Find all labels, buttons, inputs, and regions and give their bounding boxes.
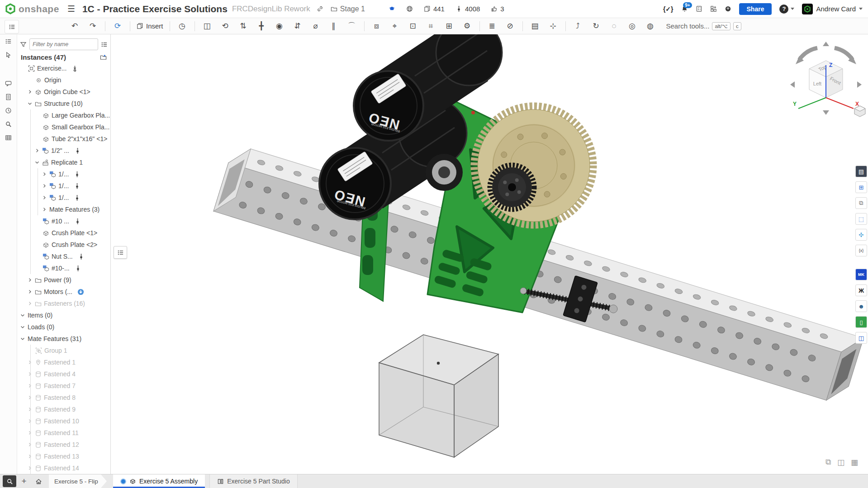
rotate-down-arrow[interactable] [823,110,829,115]
named-views-icon[interactable]: ↻ [590,22,602,30]
chevron-right-icon[interactable] [27,360,33,365]
chevron-right-icon[interactable] [27,395,33,400]
tree-item[interactable]: Nut S... [17,251,110,262]
filter-funnel-icon[interactable] [20,41,27,48]
frame-icon[interactable]: ◫ [837,458,844,467]
download-icon[interactable] [77,289,84,295]
search-tools-button[interactable]: Search tools... alt/⌥ c [666,22,741,30]
mkcad-app-icon[interactable]: MK [855,269,867,280]
mate-connector-icon[interactable]: ⌖ [389,22,401,30]
cylindrical-mate-icon[interactable]: ⌀ [310,22,322,30]
slider-mate-icon[interactable]: ⇅ [237,22,249,30]
chevron-right-icon[interactable] [27,430,33,436]
breadcrumb[interactable]: Stage 1 [331,5,365,13]
ground-icon[interactable] [71,65,78,72]
custom-feature-icon[interactable]: {x} [855,245,867,256]
animate-icon[interactable]: ◌ [608,22,620,30]
chevron-right-icon[interactable] [27,418,33,424]
mate-connector-dots-icon[interactable] [74,183,81,190]
chevron-down-icon[interactable] [27,101,33,106]
explode-view-icon[interactable]: ⤴ [572,22,584,30]
chevron-right-icon[interactable] [27,454,33,459]
chevron-right-icon[interactable] [42,171,47,177]
linked-documents-icon[interactable]: ⧉ [855,197,867,209]
tree-item[interactable]: Structure (10) [17,98,110,109]
rotate-right-step-arrow[interactable] [857,81,862,88]
replicate-icon[interactable]: ⊡ [407,22,419,30]
suppress-icon[interactable]: ⊘ [504,22,516,30]
tree-item[interactable]: Motors (... [17,286,110,298]
pin-slot-mate-icon[interactable]: ⇵ [292,22,304,30]
details-panel-icon[interactable] [5,94,12,100]
list-view-icon[interactable] [101,41,108,48]
gear-relation-icon[interactable]: ⚙ [461,22,473,30]
pinwheel-app-icon[interactable]: ✣ [855,229,867,241]
snap-mode-icon[interactable]: ⌗ [425,22,437,30]
layers-icon[interactable]: ⧉ [825,458,831,467]
mate-connector-dots-icon[interactable] [74,147,81,154]
tree-item[interactable]: Exercise... [17,62,110,74]
rotate-right-arrow[interactable] [835,48,853,60]
properties-panel-icon[interactable]: ▤ [855,166,867,177]
new-tab-button[interactable]: + [16,474,32,488]
outline-panel-icon[interactable] [5,38,12,45]
chevron-right-icon[interactable] [27,383,33,389]
chevron-right-icon[interactable] [42,195,47,200]
tree-item[interactable]: 1/2" ... [17,145,110,156]
display-states-icon[interactable]: ◍ [645,22,656,30]
user-menu[interactable]: Andrew Card [802,4,863,14]
document-tab[interactable]: Exercise 5 Assembly [113,474,205,488]
origin-point[interactable] [437,362,440,365]
selection-set-icon[interactable]: ⬚ [855,213,867,225]
add-folder-icon[interactable] [100,54,107,61]
search-panel-icon[interactable] [5,121,12,128]
tree-item[interactable]: Loads (0) [17,321,110,333]
document-tab[interactable]: Exercise 5 - Flip [49,474,107,488]
planar-mate-icon[interactable]: ╋ [256,22,267,30]
revolute-mate-icon[interactable]: ⟲ [219,22,231,30]
insert-button[interactable]: Insert [137,22,163,30]
copies-stat[interactable]: 441 [424,5,445,13]
tree-item[interactable]: Group 1 [17,345,110,356]
chevron-down-icon[interactable] [34,160,40,165]
tree-item[interactable]: Fastened 11 [17,427,110,439]
tree-item[interactable]: Mate Features (3) [17,204,110,215]
tree-item[interactable]: Large Gearbox Pla... [17,109,110,121]
rotate-left-arrow[interactable] [799,48,817,60]
group-icon[interactable]: ⧈ [371,22,383,30]
ball-mate-icon[interactable]: ◉ [274,22,285,30]
apps-icon[interactable] [710,5,717,12]
tree-item[interactable]: Fastened 7 [17,380,110,392]
rotate-left-step-arrow[interactable] [790,81,795,88]
chevron-right-icon[interactable] [27,289,33,294]
tree-item[interactable]: Fastened 8 [17,392,110,403]
tree-item[interactable]: Fastened 13 [17,450,110,462]
feature-list-toggle-button[interactable] [5,20,19,33]
sync-icon[interactable]: ⟳ [112,22,123,30]
bom-icon[interactable]: ▤ [529,22,541,30]
likes-stat[interactable]: 3 [491,5,504,13]
tree-item[interactable]: Power (9) [17,274,110,286]
blue-book-app-icon[interactable]: ◫ [855,332,867,344]
rack-relation-icon[interactable]: ≣ [486,22,498,30]
pattern-icon[interactable]: ⊞ [443,22,455,30]
home-tab-button[interactable] [32,474,45,488]
redo-icon[interactable]: ↷ [87,22,99,30]
tree-item[interactable]: Small Gearbox Pla... [17,121,110,133]
3d-viewport[interactable]: NEO BRUSHLESS MOTOR NEO BRUSHLESS MOTOR [111,34,868,474]
tree-item[interactable]: Fastened 14 [17,462,110,474]
document-tab[interactable]: Exercise 5 Part Studio [209,474,298,488]
tree-item[interactable]: 1/... [17,168,110,180]
tree-item[interactable]: Mate Features (31) [17,333,110,345]
tables-panel-icon[interactable] [5,134,12,141]
notifications-button[interactable]: 9+ [681,5,688,12]
tree-item[interactable]: Fastened 1 [17,356,110,368]
filter-input[interactable] [29,38,98,50]
fastened-mate-icon[interactable]: ◫ [201,22,213,30]
mate-connector-dots-icon[interactable] [78,253,85,260]
tree-item[interactable]: Replicate 1 [17,156,110,168]
onshape-logo[interactable]: onshape [5,3,59,14]
chevron-right-icon[interactable] [34,148,40,153]
tree-item[interactable]: Fastened 10 [17,415,110,427]
hamburger-menu-icon[interactable]: ☰ [67,4,75,14]
